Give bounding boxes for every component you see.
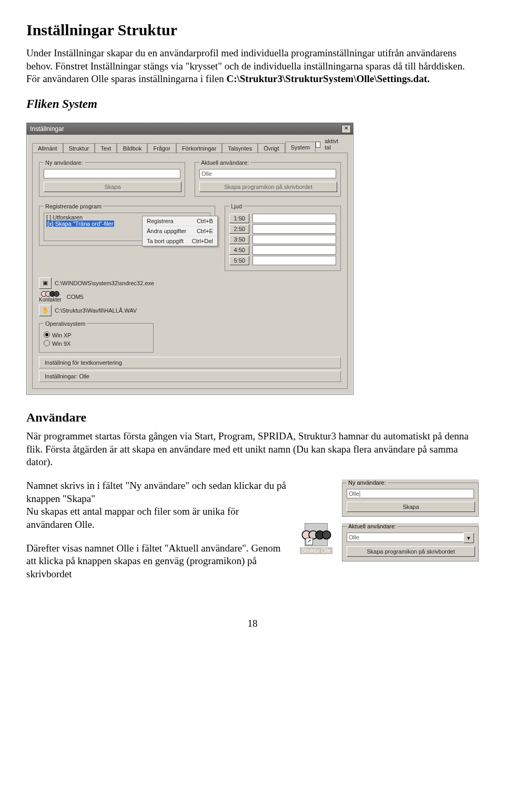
operativsystem-legend: Operativsystem: [44, 320, 87, 327]
ny-anvandare-group: Ny användare: Skapa: [39, 159, 185, 197]
ljud-group: Ljud 1:50 2:50 3:50 4:50 5:50: [225, 203, 341, 271]
radio-icon: [44, 340, 50, 346]
shortcut-image: ↗: [305, 523, 328, 546]
menu-shortcut: Ctrl+B: [197, 218, 213, 224]
dialog-tabs: Allmänt Struktur Text Bildbok Frågor För…: [27, 135, 353, 153]
menu-item-andra[interactable]: Ändra uppgifter Ctrl+E: [143, 226, 217, 236]
ljud-row: 1:50: [229, 214, 336, 223]
settings-dialog: Inställningar ✕ Allmänt Struktur Text Bi…: [26, 123, 354, 395]
anvandare-paragraph-2: Namnet skrivs in i fältet "Ny användare"…: [26, 479, 287, 532]
aktivt-tal-label: aktivt tal: [325, 138, 340, 151]
dropdown-icon[interactable]: ▾: [463, 533, 474, 543]
radio-label: Win 9X: [52, 340, 70, 347]
ljud-row: 4:50: [229, 245, 336, 255]
tab-bildbok[interactable]: Bildbok: [117, 143, 147, 153]
installningar-olle-button[interactable]: Inställningar: Olle: [39, 370, 341, 382]
menu-shortcut: Ctrl+E: [197, 228, 213, 234]
ljud-button[interactable]: 3:50: [229, 235, 249, 244]
ny-anvandare-legend: Ny användare:: [44, 159, 85, 166]
anvandare-paragraph-1: När programmet startas första gången via…: [26, 430, 479, 469]
kontakter-icon: [41, 291, 59, 297]
dialog-title: Inställningar: [29, 125, 64, 133]
aktivt-tal-group: aktivt tal: [316, 138, 350, 153]
ljud-input[interactable]: [252, 224, 336, 234]
snippet-akt-legend: Aktuell användare:: [347, 523, 398, 529]
aktivt-tal-checkbox[interactable]: [316, 142, 320, 148]
desktop-shortcut-icon[interactable]: ↗ Struktur Olle: [298, 523, 335, 554]
close-icon[interactable]: ✕: [341, 125, 351, 133]
menu-label: Ta bort uppgift: [147, 238, 184, 244]
snippet-skapa-ikon-button[interactable]: Skapa programikon på skrivbordet: [347, 546, 475, 557]
ljud-input[interactable]: [252, 235, 336, 244]
operativsystem-group: Operativsystem Win XP Win 9X: [39, 320, 154, 353]
radio-winxp[interactable]: Win XP: [44, 331, 149, 338]
dialog-titlebar: Inställningar ✕: [27, 123, 353, 135]
section-heading-fliken: Fliken System: [26, 96, 479, 112]
shortcut-arrow-icon: ↗: [306, 538, 313, 545]
text: Namnet skrivs in i fältet "Ny användare"…: [26, 480, 286, 504]
aktuell-anvandare-legend: Aktuell användare:: [199, 159, 250, 166]
ljud-button[interactable]: 2:50: [229, 224, 249, 234]
sndrec-path: C:\WINDOWS\system32\sndrec32.exe: [55, 280, 154, 286]
tab-allmant[interactable]: Allmänt: [32, 143, 63, 153]
wav-icon[interactable]: ✋: [39, 305, 52, 316]
page-title: Inställningar Struktur: [26, 21, 479, 39]
context-menu: Registrera Ctrl+B Ändra uppgifter Ctrl+E…: [142, 216, 218, 246]
snippet-skapa-button[interactable]: Skapa: [347, 502, 475, 512]
textkonvertering-button[interactable]: Inställning för textkonvertering: [39, 357, 341, 368]
radio-label: Win XP: [52, 332, 72, 338]
skapa-programikon-button[interactable]: Skapa programikon på skrivbordet: [199, 182, 337, 192]
intro-paragraph: Under Inställningar skapar du en använda…: [26, 47, 479, 86]
settings-path: C:\Struktur3\StrukturSystem\Olle\Setting…: [226, 73, 429, 84]
snippet-ny-anvandare: Ny användare: Skapa: [342, 479, 479, 517]
tab-struktur[interactable]: Struktur: [63, 143, 95, 153]
ljud-row: 3:50: [229, 235, 336, 244]
aktuell-anvandare-input[interactable]: [199, 169, 336, 178]
ljud-input[interactable]: [252, 256, 336, 265]
ljud-button[interactable]: 5:50: [229, 256, 249, 265]
radio-win9x[interactable]: Win 9X: [44, 339, 149, 347]
text: Nu skapas ett antal mappar och filer som…: [26, 506, 239, 530]
menu-label: Registrera: [147, 218, 174, 224]
anvandare-paragraph-4: Därefter visas namnet Olle i fältet "Akt…: [26, 542, 287, 581]
registrerade-program-legend: Registrerade program: [44, 203, 103, 209]
tab-ovrigt[interactable]: Övrigt: [258, 143, 285, 153]
ljud-button[interactable]: 4:50: [229, 245, 249, 255]
com-port-label: COM5: [67, 294, 84, 300]
recorder-icon[interactable]: ▣: [39, 277, 52, 289]
menu-item-registrera[interactable]: Registrera Ctrl+B: [143, 216, 217, 226]
tab-system[interactable]: System: [285, 142, 316, 153]
ljud-input[interactable]: [252, 245, 336, 255]
ljud-input[interactable]: [252, 214, 336, 223]
ljud-button[interactable]: 1:50: [229, 214, 249, 223]
tab-forkortningar[interactable]: Förkortningar: [176, 143, 222, 153]
aktuell-anvandare-group: Aktuell användare: Skapa programikon på …: [195, 159, 341, 197]
ny-anvandare-input[interactable]: [44, 169, 180, 178]
skapa-button[interactable]: Skapa: [44, 182, 181, 192]
tab-panel-system: Ny användare: Skapa Aktuell användare: S…: [32, 153, 348, 389]
snippet-ny-legend: Ny användare:: [347, 479, 388, 486]
shortcut-caption: Struktur Olle: [300, 547, 332, 554]
menu-shortcut: Ctrl+Del: [192, 238, 213, 244]
ljud-row: 2:50: [229, 224, 336, 234]
radio-icon: [44, 332, 50, 338]
tab-talsyntes[interactable]: Talsyntes: [222, 143, 258, 153]
menu-label: Ändra uppgifter: [147, 228, 186, 234]
list-item[interactable]: [x] Skapa "Träna ord"-filer: [46, 220, 114, 227]
snippet-akt-input[interactable]: [347, 533, 464, 542]
kontakter-label: Kontakter: [39, 297, 62, 303]
snippet-aktuell-anvandare: Aktuell användare: ▾ Skapa programikon p…: [342, 523, 479, 562]
page-number: 18: [26, 618, 479, 629]
snippet-ny-input[interactable]: [347, 489, 474, 498]
section-heading-anvandare: Användare: [26, 410, 479, 425]
menu-item-tabort[interactable]: Ta bort uppgift Ctrl+Del: [143, 236, 217, 246]
ljud-row: 5:50: [229, 256, 336, 265]
ljud-legend: Ljud: [229, 203, 244, 209]
tab-text[interactable]: Text: [95, 143, 117, 153]
wav-path: C:\Struktur3\Wavfil\HALLÅ.WAV: [55, 307, 137, 314]
tab-fragor[interactable]: Frågor: [147, 143, 176, 153]
